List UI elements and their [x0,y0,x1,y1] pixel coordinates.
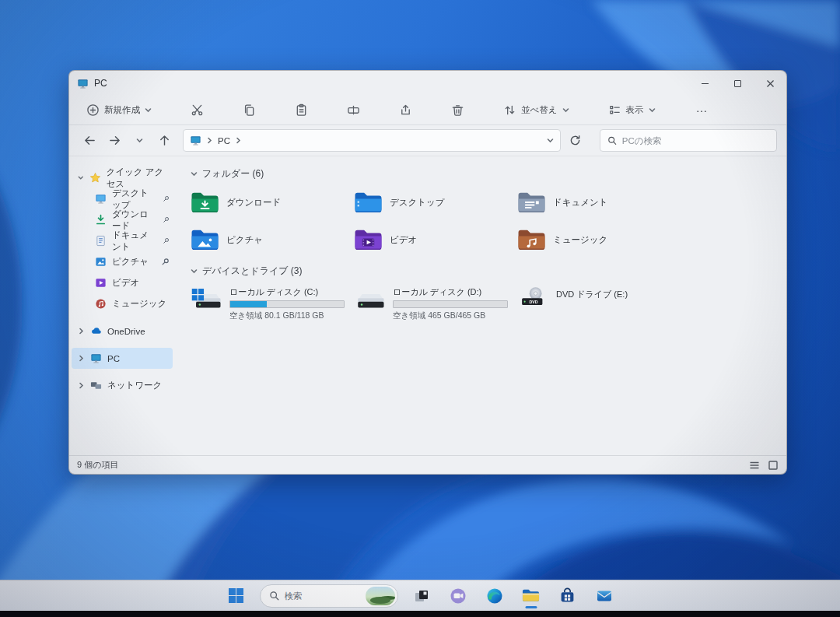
drive-tile-e[interactable]: DVD DVD ドライブ (E:) [517,286,681,321]
taskbar-search-input[interactable] [285,591,356,601]
pin-icon [163,216,170,224]
chevron-right-icon[interactable] [78,382,85,389]
sidebar-item-label: デスクトップ [112,188,157,211]
sidebar-item-pictures[interactable]: ピクチャ [72,251,173,272]
drive-tile-c[interactable]: ローカル ディスク (C:) 空き領域 80.1 GB/118 GB [191,286,354,321]
folder-tile-downloads[interactable]: ダウンロード [191,188,354,216]
drive-usage-bar [393,300,508,308]
sidebar-item-label: ビデオ [112,277,139,289]
chevron-right-icon [235,137,242,144]
sidebar-item-videos[interactable]: ビデオ [72,272,173,293]
sidebar-item-documents[interactable]: ドキュメント [72,230,173,251]
chat-button[interactable] [445,583,471,609]
sidebar-item-network[interactable]: ネットワーク [72,375,173,396]
chevron-down-icon [145,107,152,114]
weather-widget-thumbnail[interactable] [366,587,395,605]
sidebar-item-label: ネットワーク [107,380,162,391]
chat-icon [450,587,467,605]
drive-free-space: 空き領域 80.1 GB/118 GB [229,310,345,321]
delete-button[interactable] [445,100,471,121]
dvd-drive-icon: DVD [517,286,550,314]
sidebar-item-music[interactable]: ミュージック [72,293,173,314]
pictures-icon [95,256,107,268]
maximize-button[interactable] [721,71,754,96]
folder-tile-documents[interactable]: ドキュメント [517,188,681,216]
large-icons-view-icon[interactable] [768,460,779,471]
more-options-button[interactable]: … [688,101,716,119]
file-explorer-icon [522,587,540,605]
folder-label: ドキュメント [553,197,608,209]
forward-button[interactable] [103,130,125,152]
sidebar-item-label: ダウンロード [112,209,157,232]
sidebar-item-label: ピクチャ [112,256,149,268]
store-icon [559,587,576,604]
cut-button[interactable] [184,100,210,121]
address-bar[interactable]: PC [183,129,561,152]
sidebar-item-downloads[interactable]: ダウンロード [72,209,173,230]
chevron-right-icon[interactable] [78,355,85,362]
drive-tile-d[interactable]: ローカル ディスク (D:) 空き領域 465 GB/465 GB [354,286,517,321]
address-dropdown-icon[interactable] [547,137,554,144]
cut-icon [191,103,204,117]
desktop-folder-icon [354,191,383,214]
folder-label: ダウンロード [226,197,281,209]
breadcrumb-pc[interactable]: PC [218,136,230,145]
close-button[interactable] [754,71,786,96]
videos-icon [95,277,107,289]
start-button[interactable] [223,583,250,609]
pc-icon [90,352,102,364]
search-input[interactable] [622,136,769,145]
rename-button[interactable] [341,100,366,121]
search-box[interactable] [600,129,777,152]
drive-name: ローカル ディスク (C:) [229,286,345,298]
taskbar-search[interactable] [260,584,398,608]
sidebar-item-pc[interactable]: PC [72,348,173,369]
downloads-folder-icon [191,191,219,214]
music-icon [95,298,107,310]
up-button[interactable] [153,130,175,152]
sidebar-quick-access[interactable]: クイック アクセス [72,167,173,188]
view-icon [608,103,621,117]
network-icon [90,380,102,391]
copy-icon [243,103,256,117]
music-folder-icon [517,228,546,251]
minimize-button[interactable] [688,71,721,96]
sidebar-item-desktop[interactable]: デスクトップ [72,188,173,209]
folders-section-header[interactable]: フォルダー (6) [191,167,774,181]
microsoft-store-button[interactable] [555,583,581,609]
folder-tile-desktop[interactable]: デスクトップ [354,188,517,216]
back-button[interactable] [79,130,100,152]
recent-locations-button[interactable] [128,130,150,152]
sidebar-item-label: ドキュメント [112,230,157,253]
pc-icon [190,135,201,146]
sidebar-item-label: OneDrive [107,327,145,336]
sidebar-item-onedrive[interactable]: OneDrive [72,321,173,342]
folder-tile-pictures[interactable]: ピクチャ [191,226,354,254]
devices-section-header[interactable]: デバイスとドライブ (3) [191,265,774,278]
folders-header-label: フォルダー (6) [202,167,264,181]
chevron-down-icon [649,107,656,114]
view-button[interactable]: 表示 [602,100,662,121]
folder-tile-videos[interactable]: ビデオ [354,226,517,254]
folder-label: ピクチャ [226,234,263,246]
task-view-button[interactable] [408,583,435,609]
chevron-right-icon[interactable] [78,328,85,335]
new-button[interactable]: 新規作成 [80,100,158,121]
titlebar[interactable]: PC [69,71,786,96]
details-view-icon[interactable] [749,460,760,471]
mail-button[interactable] [591,583,618,609]
refresh-button[interactable] [564,130,586,152]
edge-button[interactable] [481,583,508,609]
copy-button[interactable] [236,100,262,121]
file-explorer-button[interactable] [518,583,544,609]
refresh-icon [569,135,581,146]
drive-usage-bar [229,300,345,308]
paste-button[interactable] [289,100,314,121]
task-view-icon [414,588,429,604]
chevron-down-icon[interactable] [78,174,84,181]
folder-tile-music[interactable]: ミュージック [517,226,681,254]
pin-icon [163,237,170,245]
arrow-right-icon [109,135,121,146]
sort-button[interactable]: 並べ替え [497,100,576,121]
share-button[interactable] [393,100,418,121]
